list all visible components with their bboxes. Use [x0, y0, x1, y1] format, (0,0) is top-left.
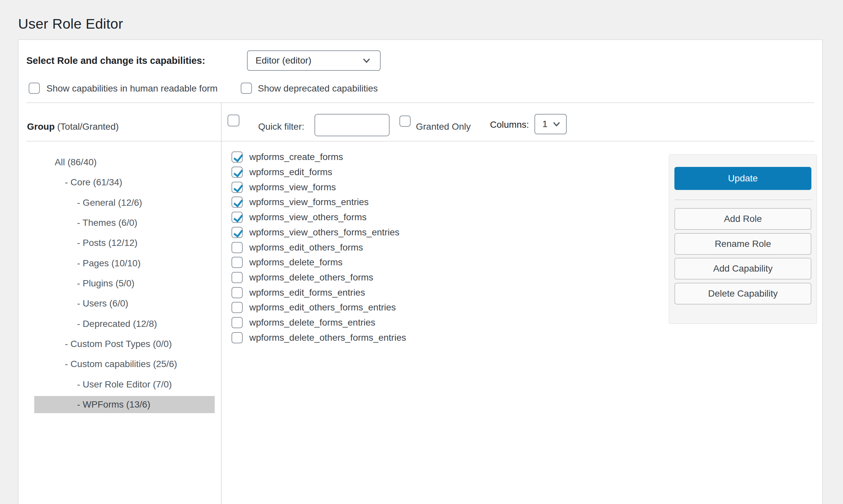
group-header-bold: Group	[27, 122, 55, 132]
main-panel: Select Role and change its capabilities:…	[18, 39, 823, 504]
capability-row: wpforms_edit_others_forms	[222, 240, 651, 255]
capability-label: wpforms_edit_others_forms_entries	[249, 300, 396, 315]
capability-checkbox[interactable]	[232, 302, 243, 313]
columns-select-value: 1	[542, 119, 548, 129]
capability-checkbox[interactable]	[232, 242, 243, 253]
capability-label: wpforms_edit_forms_entries	[249, 285, 365, 300]
quick-filter-checkbox[interactable]	[228, 114, 239, 126]
capability-label: wpforms_delete_others_forms_entries	[249, 330, 406, 345]
quick-filter-input[interactable]	[315, 114, 390, 136]
capability-checkbox[interactable]	[232, 257, 243, 268]
action-panel: Update Add Role Rename Role Add Capabili…	[669, 155, 817, 324]
capability-label: wpforms_edit_others_forms	[249, 240, 363, 255]
capability-row: wpforms_delete_others_forms	[222, 270, 651, 285]
chevron-down-icon	[361, 55, 372, 66]
capability-checkbox[interactable]	[232, 317, 243, 328]
group-item-general[interactable]: - General (12/6)	[34, 194, 215, 211]
update-button[interactable]: Update	[675, 167, 811, 190]
group-item-users[interactable]: - Users (6/0)	[34, 295, 215, 312]
capability-row: wpforms_view_forms_entries	[222, 195, 651, 210]
column-separator	[221, 103, 221, 504]
granted-only-checkbox[interactable]	[399, 115, 411, 127]
show-deprecated-checkbox[interactable]	[241, 83, 252, 94]
capability-checkbox[interactable]	[232, 151, 243, 163]
human-readable-label: Show capabilities in human readable form	[47, 83, 218, 94]
user-role-editor-page: User Role Editor Select Role and change …	[0, 0, 843, 504]
columns-select[interactable]: 1	[535, 114, 567, 134]
capability-label: wpforms_edit_forms	[249, 165, 332, 180]
capability-checkbox[interactable]	[232, 212, 243, 223]
group-item-plugins[interactable]: - Plugins (5/0)	[34, 275, 215, 292]
capability-row: wpforms_view_others_forms	[222, 210, 651, 225]
capability-label: wpforms_view_forms_entries	[249, 195, 369, 210]
group-column-header: Group (Total/Granted)	[27, 120, 119, 133]
group-item-user-role-editor[interactable]: - User Role Editor (7/0)	[34, 376, 215, 393]
chevron-down-icon	[552, 119, 561, 129]
capability-checkbox[interactable]	[232, 332, 243, 343]
capability-row: wpforms_create_forms	[222, 149, 651, 165]
group-item-custom-post-types[interactable]: - Custom Post Types (0/0)	[34, 336, 215, 353]
group-item-deprecated[interactable]: - Deprecated (12/8)	[34, 316, 215, 332]
granted-only-label: Granted Only	[416, 120, 471, 133]
group-item-custom-capabilities[interactable]: - Custom capabilities (25/6)	[34, 356, 215, 373]
human-readable-checkbox[interactable]	[29, 83, 40, 94]
capability-label: wpforms_view_others_forms_entries	[249, 225, 399, 240]
capability-checkbox[interactable]	[232, 197, 243, 208]
select-role-label: Select Role and change its capabilities:	[26, 50, 205, 71]
page-title: User Role Editor	[18, 15, 123, 33]
capability-label: wpforms_delete_forms_entries	[249, 315, 375, 330]
capability-row: wpforms_edit_forms_entries	[222, 285, 651, 300]
divider	[26, 102, 814, 103]
quick-filter-label: Quick filter:	[258, 120, 304, 133]
capability-row: wpforms_edit_others_forms_entries	[222, 300, 651, 315]
group-item-all[interactable]: All (86/40)	[34, 154, 215, 171]
capability-row: wpforms_delete_forms	[222, 255, 651, 270]
capability-checkbox[interactable]	[232, 227, 243, 238]
capability-row: wpforms_view_others_forms_entries	[222, 225, 651, 240]
show-deprecated-label: Show deprecated capabilities	[258, 83, 378, 94]
columns-label: Columns:	[490, 118, 529, 131]
role-select[interactable]: Editor (editor)	[247, 50, 381, 71]
add-capability-button[interactable]: Add Capability	[675, 258, 811, 280]
divider	[26, 141, 814, 142]
capability-checkbox[interactable]	[232, 272, 243, 283]
group-item-pages[interactable]: - Pages (10/10)	[34, 255, 215, 272]
capability-row: wpforms_edit_forms	[222, 165, 651, 180]
capability-label: wpforms_create_forms	[249, 149, 343, 165]
capability-checkbox[interactable]	[232, 287, 243, 298]
role-select-value: Editor (editor)	[255, 55, 311, 66]
group-item-wpforms[interactable]: - WPForms (13/6)	[34, 396, 215, 413]
capability-label: wpforms_view_others_forms	[249, 210, 366, 225]
capability-row: wpforms_view_forms	[222, 180, 651, 195]
capability-row: wpforms_delete_others_forms_entries	[222, 330, 651, 345]
group-item-core[interactable]: - Core (61/34)	[34, 174, 215, 191]
divider	[675, 199, 811, 200]
group-item-themes[interactable]: - Themes (6/0)	[34, 214, 215, 231]
group-header-rest: (Total/Granted)	[55, 122, 119, 132]
rename-role-button[interactable]: Rename Role	[675, 233, 811, 255]
capability-label: wpforms_view_forms	[249, 180, 336, 195]
capability-checkbox[interactable]	[232, 166, 243, 178]
group-item-posts[interactable]: - Posts (12/12)	[34, 234, 215, 252]
capability-checkbox[interactable]	[232, 182, 243, 193]
capability-label: wpforms_delete_others_forms	[249, 270, 373, 285]
add-role-button[interactable]: Add Role	[675, 208, 811, 230]
capability-label: wpforms_delete_forms	[249, 255, 342, 270]
delete-capability-button[interactable]: Delete Capability	[675, 283, 811, 305]
capability-row: wpforms_delete_forms_entries	[222, 315, 651, 330]
